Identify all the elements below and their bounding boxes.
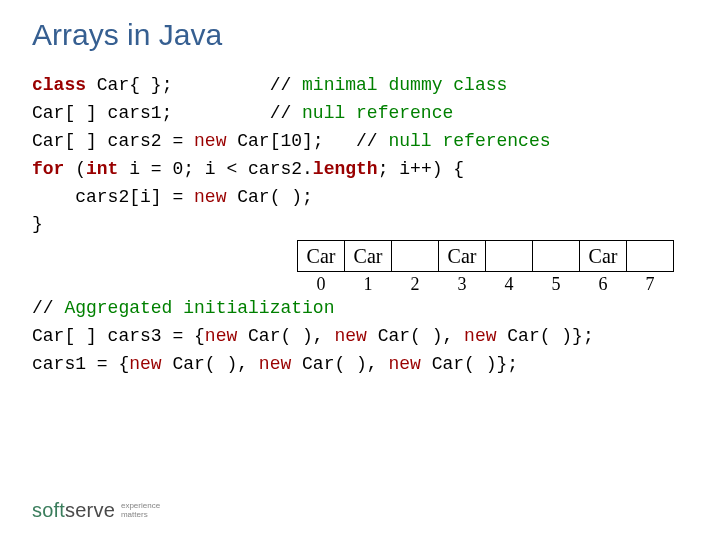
code-line-9: cars1 = {new Car( ), new Car( ), new Car…: [32, 351, 688, 379]
code-text: Car[10];: [226, 131, 356, 151]
keyword-new: new: [388, 354, 420, 374]
code-text: cars1 = {: [32, 354, 129, 374]
keyword-int: int: [86, 159, 118, 179]
comment-slashes: //: [32, 298, 64, 318]
array-index: 0: [297, 272, 345, 295]
keyword-for: for: [32, 159, 64, 179]
code-line-3: Car[ ] cars2 = new Car[10]; // null refe…: [32, 128, 688, 156]
array-cell: Car: [344, 240, 392, 272]
logo-tag-line2: matters: [121, 511, 160, 519]
array-index: 4: [485, 272, 533, 295]
array-cell: Car: [297, 240, 345, 272]
code-text: Car( ),: [162, 354, 259, 374]
comment-text: Aggregated initialization: [64, 298, 334, 318]
logo-soft: soft: [32, 499, 65, 521]
code-text: Car( );: [226, 187, 312, 207]
array-index: 3: [438, 272, 486, 295]
comment-slashes: //: [356, 131, 388, 151]
comment-slashes: //: [270, 103, 302, 123]
code-line-5: cars2[i] = new Car( );: [32, 184, 688, 212]
logo-tagline: experience matters: [121, 502, 160, 519]
array-index: 6: [579, 272, 627, 295]
code-line-7: // Aggregated initialization: [32, 295, 688, 323]
code-line-6: }: [32, 211, 688, 239]
keyword-new: new: [205, 326, 237, 346]
array-cell: [485, 240, 533, 272]
code-text: Car[ ] cars1;: [32, 103, 270, 123]
array-index: 2: [391, 272, 439, 295]
keyword-new: new: [194, 187, 226, 207]
array-diagram: Car Car Car Car 0 1 2 3 4 5 6 7: [298, 240, 674, 295]
code-blank-text: [32, 270, 43, 290]
array-cell: [626, 240, 674, 272]
array-index: 7: [626, 272, 674, 295]
code-text: Car[ ] cars2 =: [32, 131, 194, 151]
keyword-new: new: [129, 354, 161, 374]
comment-text: minimal dummy class: [302, 75, 507, 95]
array-cells-row: Car Car Car Car: [298, 240, 674, 272]
array-cell: [532, 240, 580, 272]
code-line-2: Car[ ] cars1; // null reference: [32, 100, 688, 128]
code-text: cars2[i] =: [32, 187, 194, 207]
array-cell: Car: [438, 240, 486, 272]
code-line-8: Car[ ] cars3 = {new Car( ), new Car( ), …: [32, 323, 688, 351]
code-text: Car{ };: [86, 75, 270, 95]
code-blank-text: [32, 242, 43, 262]
code-text: Car( ),: [237, 326, 334, 346]
code-text: Car( ),: [367, 326, 464, 346]
comment-slashes: //: [270, 75, 302, 95]
keyword-new: new: [334, 326, 366, 346]
code-text: i = 0; i < cars2.: [118, 159, 312, 179]
logo: softserve experience matters: [32, 499, 160, 522]
code-text: Car( ),: [291, 354, 388, 374]
code-text: }: [32, 214, 43, 234]
page-title: Arrays in Java: [32, 18, 688, 52]
code-line-1: class Car{ }; // minimal dummy class: [32, 72, 688, 100]
array-indices-row: 0 1 2 3 4 5 6 7: [298, 272, 674, 295]
comment-text: null references: [388, 131, 550, 151]
code-block: class Car{ }; // minimal dummy class Car…: [32, 72, 688, 379]
keyword-new: new: [194, 131, 226, 151]
logo-serve: serve: [65, 499, 115, 521]
code-text: ; i++) {: [378, 159, 464, 179]
array-index: 5: [532, 272, 580, 295]
array-index: 1: [344, 272, 392, 295]
array-cell: Car: [579, 240, 627, 272]
keyword-length: length: [313, 159, 378, 179]
keyword-new: new: [259, 354, 291, 374]
array-cell: [391, 240, 439, 272]
keyword-class: class: [32, 75, 86, 95]
code-text: Car( )};: [496, 326, 593, 346]
logo-text: softserve: [32, 499, 115, 522]
code-text: (: [64, 159, 86, 179]
code-line-4: for (int i = 0; i < cars2.length; i++) {: [32, 156, 688, 184]
comment-text: null reference: [302, 103, 453, 123]
keyword-new: new: [464, 326, 496, 346]
code-text: Car( )};: [421, 354, 518, 374]
code-text: Car[ ] cars3 = {: [32, 326, 205, 346]
